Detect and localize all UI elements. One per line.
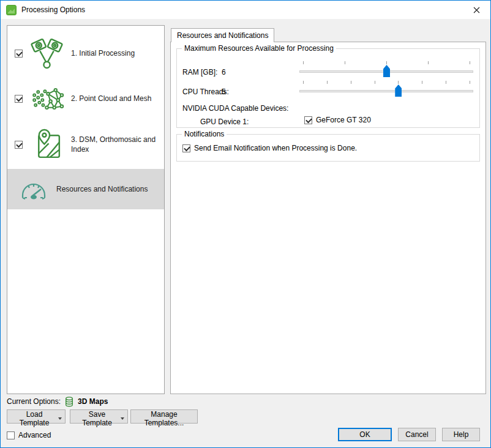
advanced-label: Advanced xyxy=(18,431,51,439)
manage-templates-label: Manage Templates... xyxy=(144,410,184,427)
tab-resources-and-notifications[interactable]: Resources and Notifications xyxy=(171,28,274,42)
cameras-rays-icon xyxy=(29,36,64,71)
sidebar-item-label: Resources and Notifications xyxy=(56,184,148,194)
sidebar-item-initial-processing[interactable]: 1. Initial Processing xyxy=(7,34,164,72)
point-cloud-mesh-icon xyxy=(29,81,64,116)
dropdown-arrow-icon xyxy=(58,417,62,420)
map-orthomosaic-icon xyxy=(29,127,64,162)
sidebar-item-resources-notifications[interactable]: Resources and Notifications xyxy=(7,169,164,209)
sidebar-item-label: 1. Initial Processing xyxy=(71,48,135,58)
initial-processing-checkbox[interactable] xyxy=(15,50,23,58)
ram-value: 6 xyxy=(222,68,226,77)
ram-label: RAM [GB]: xyxy=(182,68,217,77)
processing-options-dialog: Processing Options 1. Initial Processing xyxy=(0,0,491,448)
point-cloud-checkbox[interactable] xyxy=(15,95,23,103)
ram-slider-handle[interactable] xyxy=(383,65,390,77)
notifications-group: Notifications Send Email Notification wh… xyxy=(176,134,480,162)
processing-steps-sidebar: 1. Initial Processing 2. Point Cloud and xyxy=(7,25,165,394)
advanced-row[interactable]: Advanced xyxy=(7,431,51,439)
gauge-icon xyxy=(19,174,48,204)
email-notification-row[interactable]: Send Email Notification when Processing … xyxy=(182,144,357,152)
cancel-button[interactable]: Cancel xyxy=(398,428,436,441)
close-button[interactable] xyxy=(463,1,490,19)
advanced-checkbox[interactable] xyxy=(7,431,15,439)
titlebar[interactable]: Processing Options xyxy=(1,1,490,19)
load-template-button[interactable]: Load Template xyxy=(7,409,66,424)
sidebar-item-point-cloud[interactable]: 2. Point Cloud and Mesh xyxy=(7,80,164,118)
save-template-label: Save Template xyxy=(82,410,112,427)
manage-templates-button[interactable]: Manage Templates... xyxy=(130,409,198,424)
ok-button[interactable]: OK xyxy=(338,428,392,441)
dsm-checkbox[interactable] xyxy=(15,141,23,149)
window-title: Processing Options xyxy=(21,6,85,14)
sidebar-item-label: 3. DSM, Orthomosaic and Index xyxy=(71,135,162,154)
current-options-label: Current Options: xyxy=(7,397,61,406)
group-title: Notifications xyxy=(182,130,227,138)
ram-slider[interactable] xyxy=(299,61,473,80)
current-options-row: Current Options: 3D Maps xyxy=(7,396,108,407)
cpu-slider[interactable] xyxy=(299,81,473,99)
sidebar-item-label: 2. Point Cloud and Mesh xyxy=(71,94,151,103)
help-button[interactable]: Help xyxy=(442,428,480,441)
resources-panel: Maximum Resources Available for Processi… xyxy=(170,42,486,394)
gpu-device-name: GeForce GT 320 xyxy=(316,116,371,124)
cpu-slider-handle[interactable] xyxy=(395,84,402,97)
group-title: Maximum Resources Available for Processi… xyxy=(182,44,336,53)
gpu-device-checkbox[interactable] xyxy=(304,116,312,124)
gpu-device-label: GPU Device 1: xyxy=(200,118,249,126)
cpu-value: 5 xyxy=(222,88,226,96)
sidebar-item-dsm-orthomosaic[interactable]: 3. DSM, Orthomosaic and Index xyxy=(7,122,164,166)
gpu-device-checkbox-row[interactable]: GeForce GT 320 xyxy=(304,116,371,124)
dropdown-arrow-icon xyxy=(121,417,124,420)
email-notification-checkbox[interactable] xyxy=(182,144,190,152)
current-options-value: 3D Maps xyxy=(78,397,108,406)
app-logo-icon xyxy=(6,5,17,15)
max-resources-group: Maximum Resources Available for Processi… xyxy=(176,48,480,128)
save-template-button[interactable]: Save Template xyxy=(70,409,128,424)
load-template-label: Load Template xyxy=(20,410,50,427)
close-icon xyxy=(473,7,480,13)
template-database-icon xyxy=(65,397,73,407)
email-notification-label: Send Email Notification when Processing … xyxy=(194,144,357,152)
cuda-devices-label: NVIDIA CUDA Capable Devices: xyxy=(182,104,288,113)
